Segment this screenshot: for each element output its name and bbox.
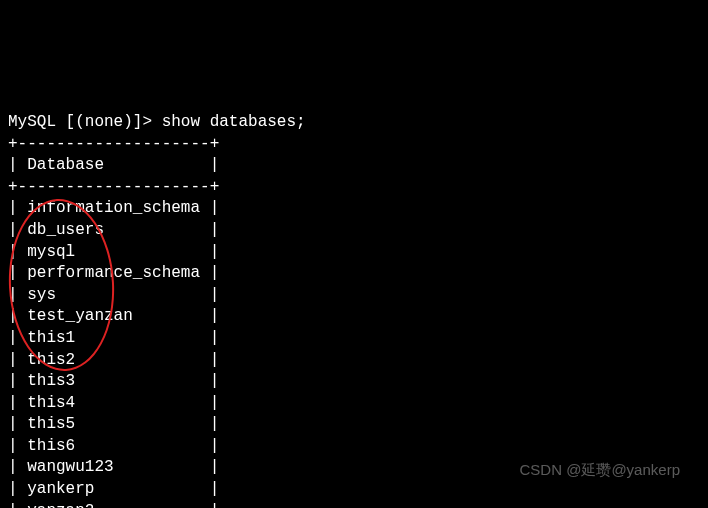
watermark-text: CSDN @延瓒@yankerp [520,460,681,480]
table-border-top: +--------------------+ [8,135,219,153]
table-border-mid: +--------------------+ [8,178,219,196]
table-header: | Database | [8,156,219,174]
sql-command: show databases; [162,113,306,131]
terminal-output: MySQL [(none)]> show databases; +-------… [8,90,700,508]
mysql-prompt: MySQL [(none)]> [8,113,162,131]
prompt-line-1[interactable]: MySQL [(none)]> show databases; [8,113,306,131]
